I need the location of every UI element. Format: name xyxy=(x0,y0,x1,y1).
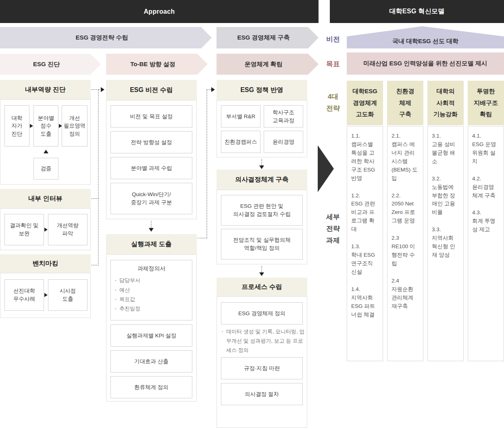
dotted-connector xyxy=(92,265,99,266)
dotted-connector xyxy=(198,238,207,239)
strategy-task: 1.1. 캠퍼스별 특성을 고려한 학사 구조 ESG 반영 xyxy=(351,132,379,183)
transition-arrow-icon xyxy=(318,145,334,192)
esg-approach-diagram: Approach 대학ESG 혁신모델 ESG 경영전략 수립 ESG 경영체제… xyxy=(0,0,504,429)
box-dedicated-org: 전담조직 및 실무협의체 역할/책임 정의 xyxy=(221,229,303,259)
section-title: 프로세스 수립 xyxy=(242,283,282,291)
step-tobe-direction: To-BE 방향 설정 xyxy=(106,54,208,75)
box-rnr: 부서별 R&R xyxy=(221,105,260,128)
goal-text: 미래산업 ESG 인력양성을 위한 선진모델 제시 xyxy=(363,60,487,67)
step-operating-system: 운영체계 확립 xyxy=(217,54,319,75)
flow-arrow-right-icon xyxy=(44,293,48,297)
task-number: 1.4. xyxy=(351,285,379,294)
approach-header: Approach xyxy=(0,0,319,23)
section-benchmarking: 벤치마킹 xyxy=(0,254,91,273)
connector-arrow-down-icon xyxy=(149,228,154,232)
task-number: 4.1. xyxy=(472,132,500,140)
box-result-check: 결과확인 및 보완 xyxy=(4,214,44,245)
step-label: 운영체계 확립 xyxy=(244,61,282,68)
section-title: ESG 비전 수립 xyxy=(130,86,173,94)
strategy-task: 3.3. 지역사회 혁신형 인재 양성 xyxy=(432,226,459,259)
strategy-1-header: 대학ESG 경영체계 고도화 xyxy=(347,81,383,125)
dotted-connector xyxy=(261,159,262,165)
box-vision-goal: 비전 및 목표 설정 xyxy=(110,105,192,128)
task-text: ESG 관련 비교과 프로그램 확대 xyxy=(351,200,379,234)
dotted-connector xyxy=(92,198,99,199)
dotted-connector xyxy=(206,89,211,90)
task-def-bullet: 목표값 xyxy=(114,295,189,304)
strategy-2-header: 친환경 체제 구축 xyxy=(387,81,423,125)
goal-label: 목표 xyxy=(323,59,344,70)
strategy-task: 2.3 RE100 이행전략 수립 xyxy=(392,234,419,268)
task-number: 3.1. xyxy=(432,132,459,140)
box-regulations: 규정·지침 마련 xyxy=(221,357,303,379)
strategy-4-header: 투명한 지배구조 확립 xyxy=(468,81,504,125)
task-text: 윤리경영 체계 구축 xyxy=(472,183,500,200)
section-title: 내부 인터뷰 xyxy=(28,195,62,203)
benchmarking-panel: 선진대학 우수사례 시사점 도출 xyxy=(0,273,91,318)
strategy-2-panel: 2.1. 캠퍼스 에너지 관리시스템 (BEMS) 도입 2.2. 2050 N… xyxy=(387,126,423,361)
strategy-task: 4.2. 윤리경영 체계 구축 xyxy=(472,175,500,200)
esg-policy-panel: 부서별 R&R 학사구조 교육과정 친환경캠퍼스 윤리경영 xyxy=(217,100,307,157)
section-internal-interview: 내부 인터뷰 xyxy=(0,189,91,208)
strategy-task: 4.1. ESG 운영위원회 설치 xyxy=(472,132,500,166)
task-text: 캠퍼스 에너지 관리시스템 (BEMS) 도입 xyxy=(392,140,419,183)
task-def-bullet: 추진일정 xyxy=(114,304,189,313)
section-title: ESG 정책 반영 xyxy=(240,86,283,94)
strategy-task: 2.4 자원순환 관리체계 재구축 xyxy=(392,277,419,311)
box-verification: 검증 xyxy=(33,158,58,180)
task-number: 3.2. xyxy=(432,175,459,183)
task-derivation-panel: 과제정의서 담당부서 예산 목표값 추진일정 실행과제별 KPI 설정 기대효과… xyxy=(106,254,197,402)
box-implications: 시사점 도출 xyxy=(48,279,87,311)
task-text: 캠퍼스별 특성을 고려한 학사 구조 ESG 반영 xyxy=(351,140,379,183)
task-text: RE100 이행전략 수립 xyxy=(392,243,419,268)
strategy-1-panel: 1.1. 캠퍼스별 특성을 고려한 학사 구조 ESG 반영 1.2. ESG … xyxy=(347,126,383,361)
section-esg-policy: ESG 정책 반영 xyxy=(217,80,307,100)
box-decision-procedure: ESG 관련 현안 및 의사결정 검토절차 수립 xyxy=(221,195,303,226)
goal-banner: 미래산업 ESG 인력양성을 위한 선진모델 제시 xyxy=(347,52,504,75)
esg-vision-panel: 비전 및 목표 설정 전략 방향성 설정 분야별 과제 수립 Quick-Win… xyxy=(106,100,197,219)
box-improvement-area: 개선 필요영역 정의 xyxy=(62,105,87,146)
task-number: 4.3. xyxy=(472,209,500,217)
detail-tasks-label: 세부 전략 과제 xyxy=(323,211,343,247)
box-decision-procedure2: 의사결정 절차 xyxy=(221,383,303,405)
box-sector-tasks: 분야별 과제 수립 xyxy=(110,157,192,179)
step-esg-diagnosis: ESG 진단 xyxy=(0,54,101,75)
task-number: 1.1. xyxy=(351,132,379,140)
box-feedback-system: 환류체계 정의 xyxy=(110,376,192,398)
vision-text: 국내 대학ESG 선도 대학 xyxy=(392,38,458,45)
task-def-bullet: 예산 xyxy=(114,285,189,295)
box-eco-campus: 친환경캠퍼스 xyxy=(221,131,260,153)
task-number: 1.3. xyxy=(351,243,379,251)
strategy-task: 3.1. 고용 성비 불균형 해소 xyxy=(432,132,459,166)
process-panel: ESG 경영체제 정의 데이터 생성 및 기록, 모니터링, 업무개선 및 성과… xyxy=(217,296,307,428)
flow-arrow-right-icon xyxy=(44,228,48,232)
box-best-practice: 선진대학 우수사례 xyxy=(4,279,44,311)
dotted-connector xyxy=(151,221,152,228)
strategy-3-panel: 3.1. 고용 성비 불균형 해소 3.2. 노동법에 부합한 장애인 고용 비… xyxy=(427,126,464,361)
strategies-label: 4대 전략 xyxy=(323,91,343,115)
connector-arrow-right-icon xyxy=(101,87,104,92)
approach-title: Approach xyxy=(144,8,175,15)
dotted-connector xyxy=(261,266,262,272)
strategy-task: 2.2. 2050 Net Zero 프로그램 운영 xyxy=(392,192,419,226)
section-esg-vision: ESG 비전 수립 xyxy=(106,80,197,100)
phase-esg-strategy: ESG 경영전략 수립 xyxy=(0,27,212,48)
task-text: 지역사회 혁신형 인재 양성 xyxy=(432,234,459,259)
step-label: ESG 진단 xyxy=(33,61,60,68)
box-score-derivation: 분야별 점수 도출 xyxy=(33,105,58,146)
task-text: ESG 운영위원회 설치 xyxy=(472,140,500,166)
dotted-connector xyxy=(206,89,207,238)
task-definition-title: 과제정의서 xyxy=(114,264,189,272)
task-number: 3.3. xyxy=(432,226,459,234)
strategy-task: 1.4. 지역사회 ESG 파트너쉽 체결 xyxy=(351,285,379,319)
strategy-task: 3.2. 노동법에 부합한 장애인 고용 비율 xyxy=(432,175,459,217)
internal-capability-panel: 대학 자가 진단 분야별 점수 도출 개선 필요영역 정의 검증 xyxy=(0,99,91,185)
connector-arrow-down-icon xyxy=(259,165,264,169)
task-number: 4.2. xyxy=(472,175,500,183)
box-self-diagnosis: 대학 자가 진단 xyxy=(4,105,29,146)
section-process: 프로세스 수립 xyxy=(217,278,307,296)
box-kpi: 실행과제별 KPI 설정 xyxy=(110,324,192,347)
phase-esg-system: ESG 경영체제 구축 xyxy=(217,27,319,48)
task-text: 학내 ESG 연구조직 신설 xyxy=(351,251,379,276)
task-text: 회계 투명성 제고 xyxy=(472,217,500,234)
